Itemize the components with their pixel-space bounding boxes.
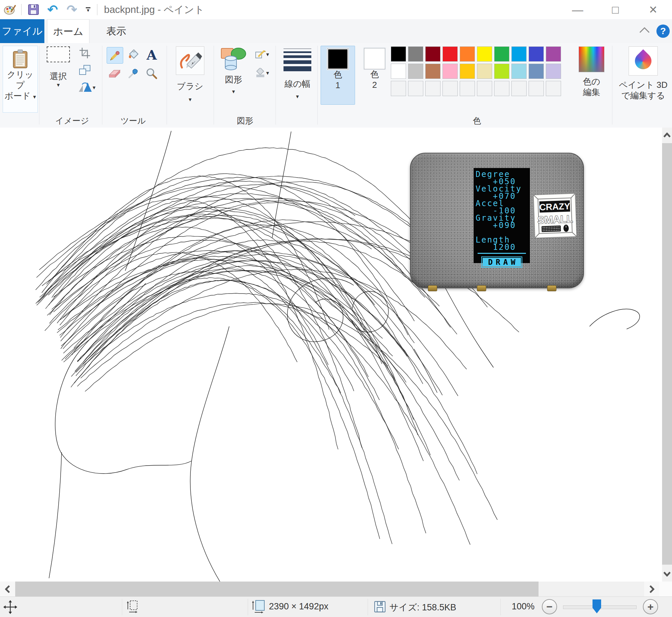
lcd-line: 1200 [475,243,528,251]
toolbar-separator [97,4,97,15]
palette-swatch[interactable] [425,81,440,96]
edit-colors-button[interactable]: 色の 編集 [575,46,608,97]
select-button[interactable]: 選択 ▾ [42,46,74,88]
palette-swatch[interactable] [460,46,475,62]
paint-window: ↶ ↷ ▾ backpnt.jpg - ペイント — □ × ファイル ホーム … [0,0,672,617]
tab-file[interactable]: ファイル [0,19,44,43]
palette-swatch[interactable] [546,46,561,62]
eraser-tool-button[interactable] [107,66,122,81]
horizontal-scroll-thumb[interactable] [15,582,539,596]
palette-swatch[interactable] [408,46,423,62]
palette-swatch[interactable] [512,64,527,79]
color-picker-tool-button[interactable] [125,66,141,81]
drawing-canvas[interactable]: Degree +050Velocity +070Accel -100Gravit… [0,128,662,582]
trajectory-stroke [60,259,406,382]
palette-row-3 [391,81,561,96]
palette-swatch[interactable] [529,81,544,96]
zoom-out-button[interactable]: − [542,599,557,614]
shape-fill-button[interactable]: ▾ [249,65,275,81]
scroll-right-button[interactable] [644,582,659,596]
group-divider [166,46,167,125]
rotate-button[interactable]: ▾ [75,79,99,95]
paint3d-button[interactable]: ペイント 3D で編集する [617,46,670,101]
status-separator [248,599,248,615]
palette-swatch[interactable] [512,81,527,96]
palette-swatch[interactable] [494,64,510,79]
group-divider [214,46,214,125]
crazy-small-sticker: CRAZY SMALL [533,193,577,240]
clipboard-button[interactable]: クリップ ボード ▾ [3,46,38,113]
shapes-button[interactable]: 図形 ▾ [217,46,250,95]
close-button[interactable]: × [634,0,672,19]
palette-swatch[interactable] [391,81,406,96]
crop-button[interactable] [77,45,93,61]
palette-swatch[interactable] [442,46,458,62]
collapse-ribbon-button[interactable] [639,26,653,37]
maximize-button[interactable]: □ [597,0,634,19]
color2-button[interactable]: 色 2 [360,46,389,104]
palette-swatch[interactable] [494,81,510,96]
trajectory-stroke [50,227,329,365]
palette-swatch[interactable] [477,81,492,96]
palette-swatch[interactable] [494,46,510,62]
shape-outline-icon [255,49,266,59]
palette-swatch[interactable] [425,46,440,62]
palette-swatch[interactable] [391,46,406,62]
zoom-slider-thumb[interactable] [593,599,601,613]
palette-swatch[interactable] [460,81,475,96]
palette-swatch[interactable] [512,46,527,62]
chevron-up-icon [663,133,671,138]
palette-swatch[interactable] [477,64,492,79]
vertical-scroll-thumb[interactable] [662,143,672,565]
device-connector [477,285,486,291]
status-separator [122,599,122,615]
palette-swatch[interactable] [529,64,544,79]
brush-button[interactable]: ブラシ ▾ [172,46,209,103]
undo-button[interactable]: ↶ [45,2,60,17]
palette-swatch[interactable] [442,81,458,96]
tab-view[interactable]: 表示 [95,19,137,43]
chevron-up-icon [639,26,650,34]
trajectory-stroke [37,214,414,419]
horizontal-scrollbar[interactable] [0,582,672,596]
color-palette [391,46,561,98]
chevron-down-icon: ▾ [266,69,269,76]
ribbon-tab-row: ファイル ホーム 表示 ? [0,19,672,43]
palette-swatch[interactable] [425,64,440,79]
vertical-scrollbar[interactable] [662,128,672,582]
pencil-tool-button[interactable] [107,47,123,64]
paint3d-label-line1: ペイント 3D [619,79,668,90]
scroll-down-button[interactable] [662,566,672,582]
palette-swatch[interactable] [477,46,492,62]
palette-swatch[interactable] [391,64,406,79]
chevron-down-icon: ▾ [266,51,269,58]
trajectory-stroke [47,240,460,480]
eraser-icon [108,68,121,79]
palette-swatch[interactable] [546,81,561,96]
palette-swatch[interactable] [408,81,423,96]
palette-swatch[interactable] [442,64,458,79]
scroll-up-button[interactable] [662,128,672,143]
palette-swatch[interactable] [460,64,475,79]
selection-size-icon [126,600,140,614]
scroll-left-button[interactable] [0,582,15,596]
help-button[interactable]: ? [656,24,670,38]
line-width-button[interactable]: 線の幅 ▾ [280,48,315,100]
shape-outline-button[interactable]: ▾ [249,46,275,62]
crop-icon [79,47,91,59]
color1-button[interactable]: 色 1 [321,46,355,105]
palette-swatch[interactable] [529,46,544,62]
palette-swatch[interactable] [408,64,423,79]
chevron-down-icon [663,571,671,577]
zoom-in-button[interactable]: + [643,599,658,614]
customize-toolbar-button[interactable]: ▾ [84,7,92,12]
fill-tool-button[interactable] [125,47,141,63]
redo-button[interactable]: ↷ [65,2,79,17]
save-button[interactable] [26,2,41,17]
resize-button[interactable] [77,62,93,78]
minimize-button[interactable]: — [559,0,597,19]
text-tool-button[interactable]: A [144,47,159,63]
palette-swatch[interactable] [546,64,561,79]
magnifier-tool-button[interactable] [144,66,159,81]
tab-home[interactable]: ホーム [47,19,89,43]
